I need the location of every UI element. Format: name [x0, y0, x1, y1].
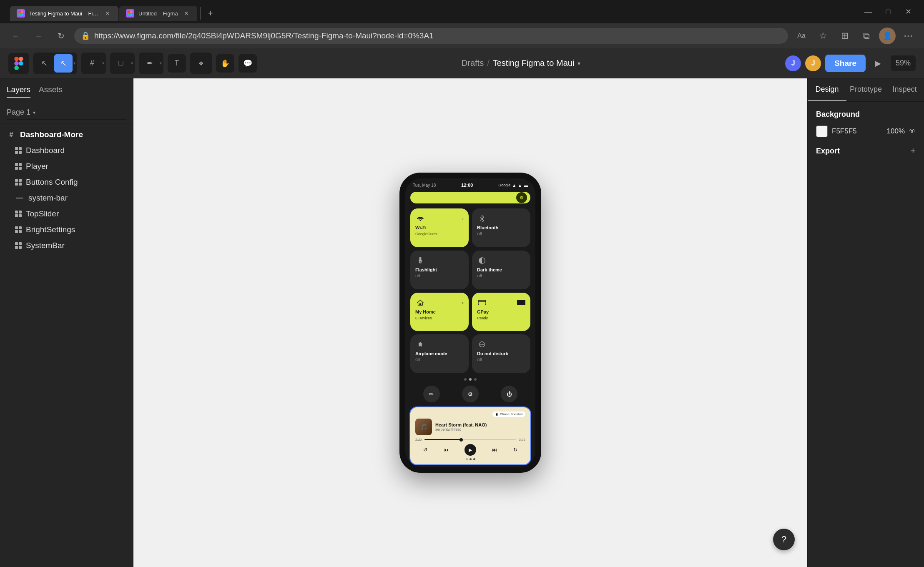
maximize-button[interactable]: □ [879, 4, 897, 19]
music-player: 📱 Phone Speaker 🎵 Heart Storm (feat. NAO… [409, 406, 531, 465]
flashlight-tile[interactable]: Flashlight Off [410, 251, 469, 289]
layer-item-dashboard-more[interactable]: # Dashboard-More [0, 127, 133, 143]
components-tool[interactable]: ❖ [192, 54, 210, 73]
music-time-total: 3:22 [519, 438, 525, 442]
layer-item-system-bar[interactable]: system-bar [0, 190, 133, 206]
power-button[interactable]: ⏻ [501, 386, 517, 402]
prev-button[interactable]: ⏮ [444, 447, 449, 453]
reload-button[interactable]: ↻ [52, 27, 70, 45]
layer-frame-icon: # [7, 130, 16, 139]
page-selector[interactable]: Page 1 ▾ [7, 105, 126, 120]
text-tool[interactable]: T [168, 54, 186, 73]
collaborator-avatar-1[interactable]: J [785, 55, 801, 71]
layer-item-player[interactable]: Player [0, 158, 133, 174]
back-button[interactable]: ← [7, 27, 25, 45]
figma-logo-button[interactable] [8, 53, 29, 74]
wifi-tile[interactable]: › Wi-Fi GoogleGuest [410, 208, 469, 247]
browser-tab-2[interactable]: Untitled – Figma ✕ [119, 6, 197, 21]
collaborator-avatar-2[interactable]: J [805, 55, 821, 71]
select-tool[interactable]: ↖ [54, 54, 73, 73]
tab-design[interactable]: Design [808, 78, 846, 101]
shape-tool-arrow: ▾ [131, 61, 133, 65]
user-avatar[interactable]: 👤 [879, 28, 896, 44]
music-progress-bar[interactable] [424, 439, 517, 440]
music-progress-fill [424, 439, 461, 440]
dnd-tile[interactable]: Do not disturb Off [472, 334, 530, 373]
tab-layers[interactable]: Layers [7, 83, 30, 98]
hand-tool[interactable]: ✋ [216, 54, 234, 73]
favorites-button[interactable]: ☆ [814, 27, 832, 45]
layer-item-brightsettings[interactable]: BrightSettings [0, 222, 133, 238]
address-bar[interactable]: 🔒 https://www.figma.com/file/2q40SBl4pWD… [74, 28, 788, 44]
collections-button[interactable]: ⊞ [836, 27, 854, 45]
split-view-button[interactable]: ⧉ [857, 27, 876, 45]
zoom-control[interactable]: 59% [891, 55, 916, 71]
svg-rect-5 [128, 13, 130, 16]
frame-tool[interactable]: # [83, 54, 101, 73]
figma-file-title[interactable]: Testing Figma to Maui [493, 58, 575, 68]
tab-2-close[interactable]: ✕ [182, 9, 191, 18]
layer-name-system-bar: system-bar [28, 193, 68, 203]
minimize-button[interactable]: — [859, 4, 877, 19]
background-color-swatch[interactable] [816, 125, 828, 137]
music-title: Heart Storm (feat. NAO) [435, 422, 525, 427]
move-tool[interactable]: ↖ [35, 54, 53, 73]
svg-rect-11 [14, 65, 19, 70]
comment-tool[interactable]: 💬 [239, 54, 257, 73]
play-pause-button[interactable]: ▶ [465, 444, 476, 456]
airplane-tile-sub: Off [415, 358, 464, 362]
svg-rect-9 [19, 57, 23, 61]
edit-button[interactable]: ✏ [423, 386, 440, 402]
share-button[interactable]: Share [825, 55, 866, 72]
darktheme-tile[interactable]: Dark theme Off [472, 251, 530, 289]
extensions-button[interactable]: ⋯ [899, 27, 917, 45]
brightness-slider[interactable]: ⚙ [410, 192, 530, 203]
new-tab-button[interactable]: + [203, 6, 218, 21]
forward-button[interactable]: ↻ [513, 447, 517, 453]
browser-tab-1[interactable]: Testing Figma to Maui – Figma ✕ [10, 6, 118, 21]
right-panel: Design Prototype Inspect Background F5F5… [807, 78, 924, 567]
shape-tool[interactable]: □ [112, 54, 130, 73]
player-dot-2 [470, 458, 472, 460]
present-button[interactable]: ▶ [870, 55, 886, 72]
myhome-tile[interactable]: › My Home 6 Devices [410, 293, 469, 331]
airplane-tile[interactable]: Airplane mode Off [410, 334, 469, 373]
reader-mode-button[interactable]: Aa [792, 27, 811, 45]
visibility-toggle-icon[interactable]: 👁 [909, 128, 916, 135]
tab-1-close[interactable]: ✕ [104, 9, 112, 18]
next-button[interactable]: ⏭ [492, 447, 497, 453]
layer-item-dashboard[interactable]: Dashboard [0, 143, 133, 158]
svg-rect-8 [14, 57, 19, 61]
music-thumbnail: 🎵 [415, 419, 432, 435]
layer-name-dashboard: Dashboard [26, 146, 65, 155]
frame-tool-arrow: ▾ [102, 61, 104, 65]
export-add-button[interactable]: + [910, 146, 916, 156]
close-button[interactable]: ✕ [899, 4, 917, 19]
speaker-icon: 📱 [495, 413, 499, 416]
settings-button[interactable]: ⚙ [462, 386, 479, 402]
layer-name-player: Player [26, 162, 48, 171]
browser-nav-bar: ← → ↻ 🔒 https://www.figma.com/file/2q40S… [0, 23, 924, 48]
tab-prototype[interactable]: Prototype [846, 78, 885, 101]
help-button[interactable]: ? [773, 529, 795, 550]
gpay-tile[interactable]: GPay Ready [472, 293, 530, 331]
figma-app: ↖ ↖ ▾ # ▾ □ ▾ ✒ ▾ T ❖ ✋ 💬 Drafts / Testi… [0, 48, 924, 567]
forward-button[interactable]: → [29, 27, 48, 45]
tab-inspect[interactable]: Inspect [885, 78, 924, 101]
canvas-area[interactable]: Tue, May 18 12:00 Google ▲ ▲ ▬ [133, 78, 807, 567]
address-text: https://www.figma.com/file/2q40SBl4pWDAR… [94, 31, 781, 40]
tab-assets[interactable]: Assets [39, 83, 63, 98]
layer-item-buttons-config[interactable]: Buttons Config [0, 174, 133, 190]
bluetooth-tile[interactable]: Bluetooth Off [472, 208, 530, 247]
layer-item-topslider[interactable]: TopSlider [0, 206, 133, 222]
background-opacity-value[interactable]: 100% [887, 127, 905, 135]
bluetooth-tile-icon [477, 213, 487, 223]
background-color-hex[interactable]: F5F5F5 [832, 127, 883, 135]
background-color-row: F5F5F5 100% 👁 [816, 125, 916, 137]
pen-tool[interactable]: ✒ [141, 54, 159, 73]
svg-rect-21 [478, 300, 486, 305]
replay-button[interactable]: ↺ [423, 447, 427, 453]
signal-icon: ▲ [518, 183, 522, 188]
layer-item-systembar[interactable]: SystemBar [0, 238, 133, 253]
layer-grid-icon-6 [15, 242, 22, 249]
